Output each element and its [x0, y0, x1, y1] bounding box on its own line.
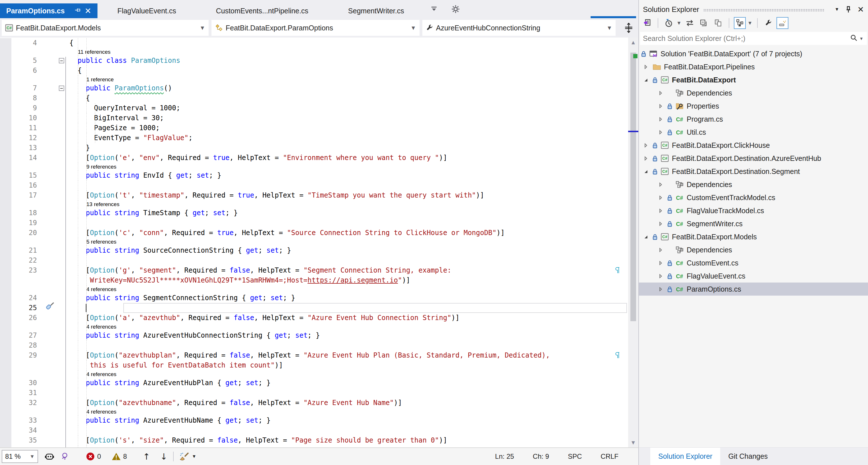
- document-tab-paramoptions-cs[interactable]: ParamOptions.cs✕: [0, 3, 97, 18]
- tree-item-flagvaluetrackmodel-cs[interactable]: C#FlagValueTrackModel.cs: [639, 204, 868, 217]
- vertical-scrollbar[interactable]: ▲ ▼: [628, 37, 638, 447]
- tree-item-flagvalueevent-cs[interactable]: C#FlagValueEvent.cs: [639, 270, 868, 282]
- glyph-margin[interactable]: [0, 228, 11, 238]
- tree-item-program-cs[interactable]: C#Program.cs: [639, 113, 868, 126]
- tree-item-dependencies[interactable]: Dependencies: [639, 86, 868, 99]
- code-line-33[interactable]: 33public string AzureEventHubName { get;…: [0, 415, 628, 426]
- drag-grip[interactable]: [704, 9, 824, 11]
- glyph-margin[interactable]: [0, 388, 11, 398]
- glyph-margin[interactable]: [0, 350, 11, 361]
- sync-with-active-document-icon[interactable]: [734, 17, 746, 29]
- navigate-down-icon[interactable]: ↓: [160, 452, 167, 462]
- code-line-7[interactable]: 7public ParamOptions(): [0, 83, 628, 93]
- expander-collapsed-icon[interactable]: [658, 91, 667, 95]
- glyph-margin[interactable]: [0, 331, 11, 341]
- codelens-references[interactable]: 4 references: [0, 370, 628, 378]
- expander-collapsed-icon[interactable]: [658, 104, 667, 108]
- code-line-19[interactable]: 19: [0, 218, 628, 228]
- glyph-margin[interactable]: [0, 275, 11, 285]
- code-line-14[interactable]: 14[Option('e', "env", Required = true, H…: [0, 153, 628, 163]
- error-count[interactable]: 0: [97, 453, 101, 461]
- glyph-margin[interactable]: [0, 341, 11, 350]
- codelens-references[interactable]: 4 references: [0, 408, 628, 415]
- glyph-margin[interactable]: [0, 303, 11, 313]
- warning-count[interactable]: 8: [123, 453, 127, 461]
- expander-collapsed-icon[interactable]: [658, 261, 667, 266]
- codelens-references[interactable]: 1 reference: [0, 75, 628, 83]
- tree-item-featbit-dataexport-models[interactable]: C#FeatBit.DataExport.Models: [639, 230, 868, 243]
- glyph-margin[interactable]: [0, 93, 11, 103]
- glyph-margin[interactable]: [0, 190, 11, 200]
- expander-collapsed-icon[interactable]: [658, 221, 667, 226]
- search-icon[interactable]: [850, 34, 858, 43]
- expander-collapsed-icon[interactable]: [644, 64, 652, 69]
- codelens-references[interactable]: 5 references: [0, 238, 628, 246]
- close-icon[interactable]: ✕: [85, 6, 91, 16]
- codelens-references[interactable]: 4 references: [0, 323, 628, 331]
- glyph-margin[interactable]: [0, 56, 11, 66]
- code-line-26[interactable]: 26[Option('a', "azevthub", Required = fa…: [0, 313, 628, 323]
- glyph-margin[interactable]: [0, 378, 11, 388]
- search-box[interactable]: ▼: [640, 32, 867, 45]
- scrollbar-thumb[interactable]: [630, 53, 636, 321]
- copilot-status-icon[interactable]: [45, 453, 54, 461]
- panel-tab-git-changes[interactable]: Git Changes: [720, 448, 776, 465]
- glyph-margin[interactable]: [0, 415, 11, 426]
- scroll-down-arrow-icon[interactable]: ▼: [628, 438, 638, 447]
- code-line-25[interactable]: 25: [0, 303, 628, 313]
- tree-item-featbit-dataexport[interactable]: C#FeatBit.DataExport: [639, 73, 868, 86]
- glyph-margin[interactable]: [0, 170, 11, 181]
- navbar-dropdown-3[interactable]: AzureEventHubConnectionString▼: [422, 20, 616, 36]
- code-line-21[interactable]: 21public string SourceConnectionString {…: [0, 246, 628, 255]
- tree-item-dependencies[interactable]: Dependencies: [639, 178, 868, 191]
- tree-item-dependencies[interactable]: Dependencies: [639, 243, 868, 256]
- glyph-margin[interactable]: [0, 123, 11, 133]
- code-line-11[interactable]: 11PageSize = 1000;: [0, 123, 628, 133]
- expander-collapsed-icon[interactable]: [658, 117, 667, 122]
- pin-icon[interactable]: [845, 6, 851, 13]
- code-line-5[interactable]: 5public class ParamOptions: [0, 56, 628, 66]
- sync-icon[interactable]: [684, 17, 696, 29]
- code-line-20[interactable]: 20[Option('c', "conn", Required = true, …: [0, 228, 628, 238]
- code-line-27[interactable]: 27public string AzureEventHubConnectionS…: [0, 331, 628, 341]
- tree-item-featbit-dataexport-clickhouse[interactable]: C#FeatBit.DataExport.ClickHouse: [639, 139, 868, 152]
- switch-views-icon[interactable]: [641, 17, 653, 29]
- tree-item-featbit-dataexport-destination-azureeventhub[interactable]: C#FeatBit.DataExport.Destination.AzureEv…: [639, 152, 868, 165]
- suggestions-icon[interactable]: [61, 452, 69, 461]
- tree-item-segmentwriter-cs[interactable]: C#SegmentWriter.cs: [639, 217, 868, 230]
- expander-collapsed-icon[interactable]: [658, 287, 667, 291]
- code-line-8[interactable]: 8{: [0, 93, 628, 103]
- code-line-4[interactable]: 4{: [0, 38, 628, 48]
- close-icon[interactable]: ✕: [858, 5, 864, 14]
- expander-collapsed-icon[interactable]: [658, 182, 667, 187]
- glyph-margin[interactable]: [0, 398, 11, 408]
- search-input[interactable]: [640, 34, 850, 43]
- gear-icon[interactable]: [451, 5, 460, 13]
- expander-collapsed-icon[interactable]: [658, 274, 667, 279]
- chevron-down-icon[interactable]: ▼: [747, 20, 753, 26]
- collapse-all-icon[interactable]: [698, 17, 710, 29]
- glyph-margin[interactable]: [0, 361, 11, 370]
- codelens-references[interactable]: 4 references: [0, 285, 628, 293]
- glyph-margin[interactable]: [0, 103, 11, 113]
- tree-item-util-cs[interactable]: C#Util.cs: [639, 126, 868, 139]
- glyph-margin[interactable]: [0, 218, 11, 228]
- navbar-dropdown-1[interactable]: C#FeatBit.DataExport.Models▼: [2, 20, 209, 36]
- expander-collapsed-icon[interactable]: [658, 208, 667, 213]
- warning-icon[interactable]: [112, 452, 121, 461]
- glyph-margin[interactable]: [0, 246, 11, 255]
- glyph-margin[interactable]: [0, 66, 11, 75]
- code-line-23[interactable]: 23[Option('g', "segment", Required = fal…: [0, 266, 628, 275]
- scroll-up-arrow-icon[interactable]: ▲: [628, 37, 638, 47]
- tree-item-paramoptions-cs[interactable]: C#ParamOptions.cs: [639, 282, 868, 296]
- glyph-margin[interactable]: [0, 255, 11, 266]
- glyph-margin[interactable]: [0, 181, 11, 190]
- code-line-32[interactable]: 32[Option("azevthubname", Required = fal…: [0, 398, 628, 408]
- chevron-down-icon[interactable]: ▼: [192, 454, 196, 459]
- code-line-34[interactable]: 34: [0, 426, 628, 435]
- error-icon[interactable]: [86, 452, 95, 461]
- codelens-references[interactable]: 11 references: [0, 48, 628, 56]
- pin-icon[interactable]: [74, 8, 81, 13]
- codelens-references[interactable]: 13 references: [0, 200, 628, 208]
- tree-item-customeventtrackmodel-cs[interactable]: C#CustomEventTrackModel.cs: [639, 191, 868, 204]
